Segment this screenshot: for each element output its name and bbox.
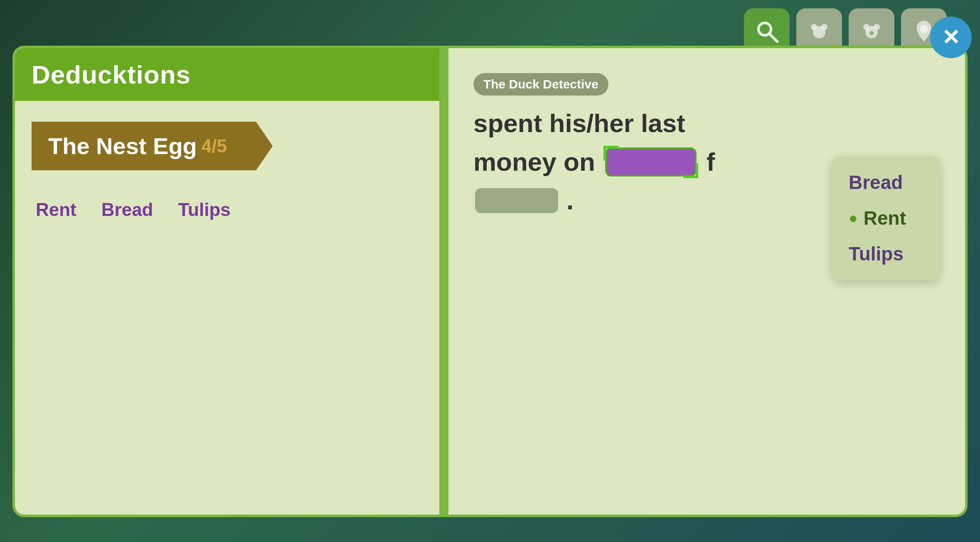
deducktions-title: Deducktions: [32, 60, 423, 89]
svg-line-1: [770, 34, 778, 42]
search-icon: [754, 19, 779, 44]
dropdown-item-tulips[interactable]: Tulips: [836, 236, 936, 272]
dropdown-item-rent[interactable]: Rent: [836, 200, 936, 236]
sentence-text-2: money on: [473, 142, 595, 181]
left-page-content: The Nest Egg 4/5 Rent Bread Tulips: [15, 101, 439, 249]
clue-tags: Rent Bread Tulips: [32, 191, 423, 228]
svg-point-7: [874, 24, 880, 30]
sentence-text-3: f: [707, 142, 715, 181]
nest-egg-title: The Nest Egg: [48, 132, 197, 159]
sentence-text-1: spent his/her last: [473, 104, 685, 142]
nest-egg-count: 4/5: [202, 136, 227, 157]
dropdown-item-bread[interactable]: Bread: [836, 164, 936, 200]
book-container: Deducktions The Nest Egg 4/5 Rent Bread …: [12, 46, 968, 517]
clue-tag-tulips[interactable]: Tulips: [178, 199, 231, 220]
nest-egg-banner: The Nest Egg 4/5: [32, 122, 423, 170]
clue-tag-rent[interactable]: Rent: [36, 199, 76, 220]
blank-slot-1[interactable]: [605, 147, 697, 177]
nest-egg-ribbon: The Nest Egg 4/5: [32, 122, 273, 170]
svg-point-4: [821, 24, 827, 30]
clue-tag-bread[interactable]: Bread: [101, 199, 153, 220]
svg-point-3: [811, 24, 817, 30]
blank-slot-2[interactable]: [475, 188, 558, 213]
sentence-end: .: [566, 181, 574, 220]
svg-point-8: [869, 31, 874, 35]
left-page-header: Deducktions: [15, 48, 439, 101]
close-button[interactable]: ✕: [930, 17, 972, 58]
answer-dropdown: Bread Rent Tulips: [832, 156, 940, 280]
close-icon: ✕: [942, 27, 960, 48]
sentence-line-1: spent his/her last: [473, 104, 940, 142]
left-page: Deducktions The Nest Egg 4/5 Rent Bread …: [12, 46, 442, 517]
bear-icon-1: [807, 19, 832, 44]
detective-tag: The Duck Detective: [473, 73, 608, 96]
svg-point-6: [863, 24, 869, 30]
book-spine: [442, 46, 448, 517]
bear-icon-2: [859, 19, 884, 44]
right-page: The Duck Detective spent his/her last mo…: [448, 46, 968, 517]
